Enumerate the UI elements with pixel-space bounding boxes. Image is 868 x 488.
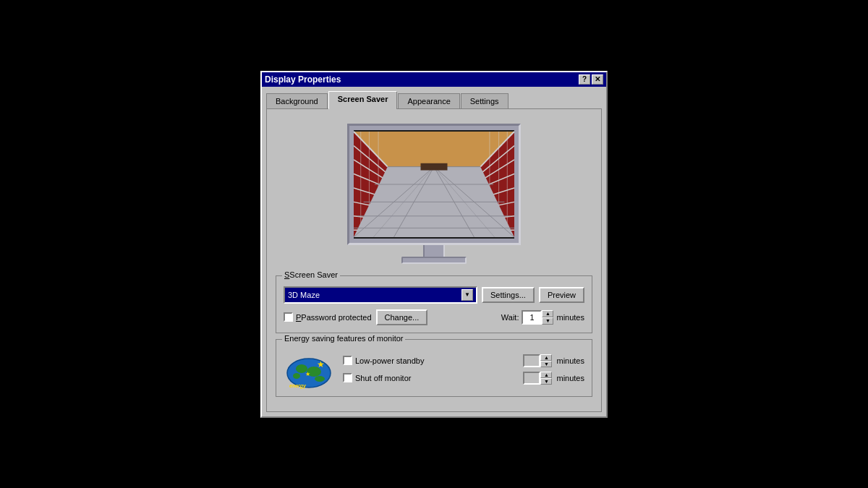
- password-label: PPassword protected: [296, 313, 372, 322]
- screensaver-group: SScreen Saver 3D Maze ▼ Settings... Prev…: [276, 275, 592, 333]
- password-row: PPassword protected Change... Wait: ▲ ▼ …: [284, 309, 584, 325]
- screensaver-group-label: SScreen Saver: [282, 270, 340, 279]
- low-power-spinner-up[interactable]: ▲: [540, 354, 552, 361]
- wait-minutes-label: minutes: [556, 313, 584, 322]
- close-button[interactable]: ✕: [592, 74, 603, 85]
- low-power-value-input[interactable]: [523, 354, 540, 367]
- shutoff-label: Shut off monitor: [355, 374, 411, 382]
- low-power-spinner-down[interactable]: ▼: [540, 361, 552, 367]
- spinner-buttons: ▲ ▼: [542, 310, 553, 325]
- svg-text:★: ★: [305, 371, 310, 377]
- tab-appearance[interactable]: Appearance: [398, 93, 459, 108]
- wait-section: Wait: ▲ ▼ minutes: [501, 310, 584, 325]
- monitor-screen: [354, 130, 514, 239]
- monitor: [347, 124, 521, 264]
- settings-button[interactable]: Settings...: [482, 287, 535, 303]
- help-button[interactable]: ?: [579, 74, 590, 85]
- low-power-checkbox[interactable]: [343, 356, 352, 365]
- wait-label: Wait:: [501, 313, 519, 322]
- screensaver-selected-value: 3D Maze: [288, 291, 320, 299]
- title-bar: Display Properties ? ✕: [262, 72, 606, 87]
- low-power-spinner: ▲ ▼: [523, 354, 552, 367]
- tab-screensaver[interactable]: Screen Saver: [328, 91, 398, 109]
- screensaver-dropdown[interactable]: 3D Maze ▼: [284, 286, 477, 304]
- svg-point-44: [315, 376, 325, 382]
- monitor-outer: [347, 124, 521, 245]
- dropdown-arrow-icon[interactable]: ▼: [461, 289, 473, 301]
- monitor-preview-container: [276, 118, 592, 275]
- maze-scene: [354, 130, 514, 239]
- tab-background[interactable]: Background: [266, 93, 328, 108]
- low-power-spinner-buttons: ▲ ▼: [540, 354, 552, 367]
- change-button[interactable]: Change...: [376, 309, 428, 325]
- monitor-stand: [401, 257, 467, 264]
- screensaver-selector-row: 3D Maze ▼ Settings... Preview: [284, 286, 584, 304]
- low-power-minutes-label: minutes: [556, 356, 584, 365]
- window-title: Display Properties: [265, 74, 341, 85]
- shutoff-checkbox-wrapper: Shut off monitor: [343, 373, 411, 382]
- shutoff-checkbox[interactable]: [343, 373, 352, 382]
- svg-text:energy: energy: [289, 383, 307, 389]
- shutoff-spinner: ▲ ▼: [523, 372, 552, 385]
- svg-text:★: ★: [317, 359, 325, 369]
- energy-group-label: Energy saving features of monitor: [282, 334, 405, 343]
- shutoff-spinner-up[interactable]: ▲: [540, 372, 552, 378]
- monitor-neck: [423, 245, 445, 257]
- spinner-up-button[interactable]: ▲: [542, 310, 553, 317]
- title-bar-buttons: ? ✕: [579, 74, 603, 85]
- password-checkbox-wrapper: PPassword protected: [284, 312, 372, 322]
- shutoff-minutes-label: minutes: [556, 374, 584, 382]
- shutoff-spinner-buttons: ▲ ▼: [540, 372, 552, 385]
- low-power-checkbox-wrapper: Low-power standby: [343, 356, 424, 365]
- energy-star-logo: ★ energy ★: [284, 346, 334, 389]
- display-properties-window: Display Properties ? ✕ Background Screen…: [260, 71, 608, 418]
- wait-value-input[interactable]: [522, 310, 542, 325]
- energy-controls: Low-power standby ▲ ▼ minutes: [343, 350, 584, 385]
- tab-content: SScreen Saver 3D Maze ▼ Settings... Prev…: [266, 108, 602, 412]
- svg-point-43: [293, 373, 300, 379]
- password-checkbox[interactable]: [284, 312, 293, 322]
- tab-bar: Background Screen Saver Appearance Setti…: [262, 87, 606, 108]
- shutoff-spinner-down[interactable]: ▼: [540, 378, 552, 385]
- svg-rect-37: [421, 163, 448, 170]
- low-power-label: Low-power standby: [355, 356, 424, 365]
- energy-content: ★ energy ★ Low-power standby: [284, 346, 584, 389]
- spinner-down-button[interactable]: ▼: [542, 317, 553, 325]
- low-power-row: Low-power standby ▲ ▼ minutes: [343, 354, 584, 367]
- energy-group: Energy saving features of monitor: [276, 339, 592, 397]
- shutoff-value-input[interactable]: [523, 372, 540, 385]
- shutoff-row: Shut off monitor ▲ ▼ minutes: [343, 372, 584, 385]
- wait-spinner: ▲ ▼: [522, 310, 553, 325]
- tab-settings[interactable]: Settings: [461, 93, 509, 108]
- preview-button[interactable]: Preview: [539, 287, 584, 303]
